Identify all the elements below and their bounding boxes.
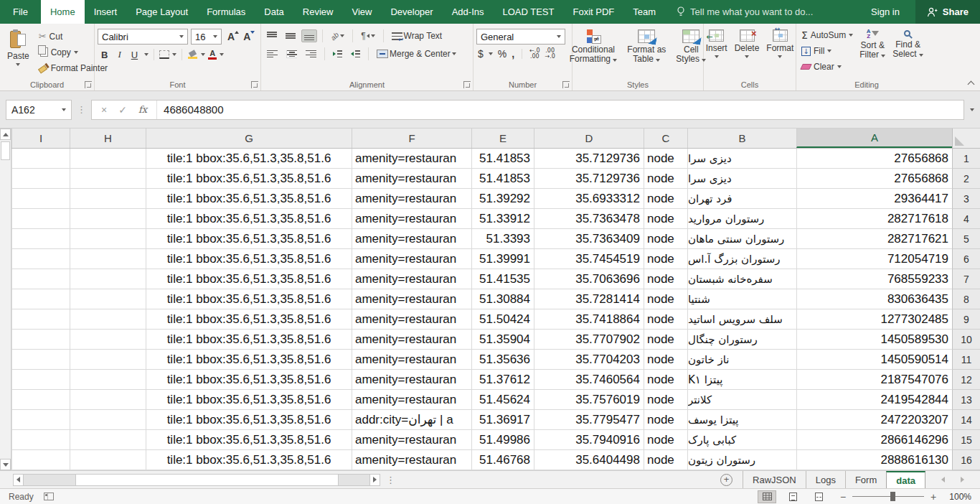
cell[interactable]: node <box>644 269 687 289</box>
cell[interactable] <box>70 189 146 209</box>
sort-filter-button[interactable]: AZ Sort &Filter <box>857 27 888 79</box>
sheet-tab-rawjson[interactable]: RawJSON <box>743 471 806 488</box>
autosum-button[interactable]: ΣAutoSum <box>799 28 855 42</box>
zoom-slider-thumb[interactable] <box>890 492 895 501</box>
cell[interactable]: رستوران بزرگ آ.اس <box>687 249 796 269</box>
row-header[interactable]: 4 <box>952 209 980 229</box>
zoom-level[interactable]: 100% <box>944 492 971 502</box>
decrease-decimal-button[interactable]: .00→.0 <box>545 48 555 60</box>
cell[interactable]: دیزی سرا <box>687 149 796 169</box>
cell[interactable] <box>11 229 70 249</box>
clipboard-dialog-launcher[interactable] <box>85 81 92 88</box>
cell[interactable] <box>11 189 70 209</box>
cell[interactable]: tile:1 bbox:35.6,51.3,35.8,51.6 <box>146 390 352 410</box>
cell[interactable]: tile:1 bbox:35.6,51.3,35.8,51.6 <box>146 410 352 430</box>
cell[interactable]: amenity=restauran <box>352 269 471 289</box>
column-header-E[interactable]: E <box>471 129 534 148</box>
cell[interactable]: 51.41535 <box>471 269 534 289</box>
normal-view-button[interactable] <box>758 490 776 503</box>
column-header-G[interactable]: G <box>146 129 352 148</box>
tell-me-search[interactable]: Tell me what you want to do... <box>677 0 813 24</box>
next-sheet-arrow[interactable] <box>961 477 964 482</box>
cell[interactable]: node <box>644 430 687 450</box>
cell[interactable]: 282717621 <box>796 229 952 249</box>
row-header[interactable]: 16 <box>952 450 980 470</box>
cell[interactable]: tile:1 bbox:35.6,51.3,35.8,51.6 <box>146 169 352 189</box>
font-size-combo[interactable]: 16 <box>191 29 222 45</box>
cell[interactable]: 51.45624 <box>471 390 534 410</box>
cell[interactable] <box>70 390 146 410</box>
cell[interactable] <box>11 370 70 390</box>
font-family-combo[interactable]: Calibri <box>98 29 188 45</box>
cell[interactable] <box>70 330 146 350</box>
cell[interactable] <box>70 269 146 289</box>
cell[interactable]: tile:1 bbox:35.6,51.3,35.8,51.6 <box>146 229 352 249</box>
cell[interactable]: پیتزا یوسف <box>687 410 796 430</box>
cell[interactable]: 35.7129736 <box>534 149 644 169</box>
cell[interactable]: 35.7454519 <box>534 249 644 269</box>
collapse-ribbon-button[interactable] <box>969 80 974 85</box>
align-bottom-button[interactable] <box>301 29 317 42</box>
cell[interactable]: 35.7704203 <box>534 350 644 370</box>
row-header[interactable]: 5 <box>952 229 980 249</box>
cell[interactable] <box>70 450 146 470</box>
row-header[interactable]: 3 <box>952 189 980 209</box>
cell[interactable]: 712054719 <box>796 249 952 269</box>
cell[interactable]: 51.33912 <box>471 209 534 229</box>
paste-button[interactable]: Paste <box>3 27 34 79</box>
name-box[interactable]: A162 <box>6 100 72 120</box>
cell[interactable]: پیتزا K۱ <box>687 370 796 390</box>
cell[interactable] <box>11 450 70 470</box>
vertical-scrollbar[interactable] <box>0 129 11 470</box>
horizontal-scrollbar[interactable] <box>13 471 380 488</box>
cell[interactable]: 2888616130 <box>796 450 952 470</box>
row-header[interactable]: 12 <box>952 370 980 390</box>
cell[interactable]: 2187547076 <box>796 370 952 390</box>
cell[interactable]: 51.49986 <box>471 430 534 450</box>
cell[interactable] <box>11 410 70 430</box>
cell[interactable]: 51.30884 <box>471 289 534 309</box>
underline-button[interactable]: U <box>128 49 141 61</box>
page-layout-view-button[interactable] <box>783 490 802 503</box>
cell[interactable]: node <box>644 189 687 209</box>
cell[interactable] <box>70 209 146 229</box>
scroll-up-button[interactable] <box>0 129 11 140</box>
vertical-scroll-thumb[interactable] <box>1 141 10 160</box>
ribbon-tab-formulas[interactable]: Formulas <box>197 0 255 24</box>
cell[interactable] <box>70 149 146 169</box>
cell[interactable]: 51.36917 <box>471 410 534 430</box>
cell[interactable]: 768559233 <box>796 269 952 289</box>
column-header-I[interactable]: I <box>11 129 70 148</box>
bold-button[interactable]: B <box>98 49 111 61</box>
comma-button[interactable]: , <box>512 48 514 60</box>
decrease-font-button[interactable]: A <box>240 31 253 42</box>
cell[interactable]: amenity=restauran <box>352 450 471 470</box>
orientation-button[interactable]: ab <box>328 30 347 42</box>
ribbon-tab-developer[interactable]: Developer <box>381 0 442 24</box>
cell[interactable]: 35.7795477 <box>534 410 644 430</box>
cell[interactable] <box>11 390 70 410</box>
scroll-left-button[interactable] <box>13 474 24 486</box>
cell[interactable]: node <box>644 370 687 390</box>
cell[interactable] <box>70 229 146 249</box>
cell[interactable]: tile:1 bbox:35.6,51.3,35.8,51.6 <box>146 249 352 269</box>
font-color-button[interactable]: A <box>208 50 217 60</box>
cell[interactable]: node <box>644 229 687 249</box>
column-header-B[interactable]: B <box>687 129 796 148</box>
cell[interactable]: amenity=restauran <box>352 289 471 309</box>
cell[interactable]: 51.50424 <box>471 309 534 330</box>
align-right-button[interactable] <box>303 48 319 60</box>
ribbon-tab-data[interactable]: Data <box>255 0 293 24</box>
cell[interactable] <box>70 289 146 309</box>
cell[interactable]: 35.6933312 <box>534 189 644 209</box>
cell[interactable]: amenity=restauran <box>352 309 471 330</box>
cell[interactable]: کلانتر <box>687 390 796 410</box>
cell[interactable]: node <box>644 330 687 350</box>
cell[interactable]: 51.41853 <box>471 169 534 189</box>
decrease-indent-button[interactable] <box>348 48 363 60</box>
find-select-button[interactable]: Find &Select <box>890 27 926 79</box>
cell[interactable]: node <box>644 390 687 410</box>
currency-button[interactable]: $ <box>478 48 484 60</box>
scroll-down-button[interactable] <box>0 459 11 470</box>
cell[interactable]: دیزی سرا <box>687 169 796 189</box>
